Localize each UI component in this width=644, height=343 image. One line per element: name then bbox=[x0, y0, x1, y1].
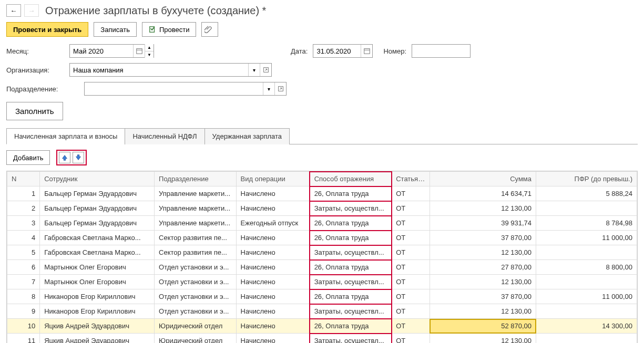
dropdown-icon[interactable]: ▾ bbox=[263, 82, 274, 95]
cell-pfr[interactable]: 8 784,98 bbox=[536, 216, 637, 231]
cell-employee[interactable]: Бальцер Герман Эдуардович bbox=[40, 201, 155, 216]
number-input-wrap[interactable] bbox=[412, 44, 471, 58]
cell-n[interactable]: 10 bbox=[7, 319, 40, 334]
cell-pfr[interactable]: 14 300,00 bbox=[536, 319, 637, 334]
th-article[interactable]: Статья ра... bbox=[392, 172, 430, 186]
th-n[interactable]: N bbox=[7, 172, 40, 186]
cell-department[interactable]: Сектор развития пе... bbox=[155, 231, 237, 245]
table-row[interactable]: 3Бальцер Герман ЭдуардовичУправление мар… bbox=[7, 216, 637, 231]
cell-operation[interactable]: Начислено bbox=[236, 275, 310, 289]
cell-method[interactable]: 26, Оплата труда bbox=[310, 231, 392, 245]
cell-n[interactable]: 11 bbox=[7, 334, 40, 344]
cell-article[interactable]: ОТ bbox=[392, 231, 430, 245]
attach-button[interactable] bbox=[201, 22, 218, 37]
table-row[interactable]: 9Никаноров Егор КирилловичОтдел установк… bbox=[7, 304, 637, 319]
cell-n[interactable]: 3 bbox=[7, 216, 40, 231]
th-employee[interactable]: Сотрудник bbox=[40, 172, 155, 186]
cell-n[interactable]: 5 bbox=[7, 245, 40, 260]
month-input-wrap[interactable]: ▲ ▼ bbox=[69, 44, 154, 58]
post-and-close-button[interactable]: Провести и закрыть bbox=[6, 22, 88, 37]
cell-operation[interactable]: Начислено bbox=[236, 319, 310, 334]
cell-pfr[interactable] bbox=[536, 245, 637, 260]
cell-n[interactable]: 6 bbox=[7, 260, 40, 275]
move-up-button[interactable] bbox=[59, 152, 70, 163]
cell-sum[interactable]: 12 130,00 bbox=[430, 275, 536, 289]
table-row[interactable]: 7Мартынюк Олег ЕгоровичОтдел установки и… bbox=[7, 275, 637, 289]
cell-sum[interactable]: 39 931,74 bbox=[430, 216, 536, 231]
month-field[interactable] bbox=[70, 45, 133, 57]
cell-article[interactable]: ОТ bbox=[392, 216, 430, 231]
cell-n[interactable]: 8 bbox=[7, 289, 40, 304]
cell-operation[interactable]: Ежегодный отпуск bbox=[236, 216, 310, 231]
month-up-button[interactable]: ▲ bbox=[145, 44, 154, 51]
cell-n[interactable]: 4 bbox=[7, 231, 40, 245]
cell-sum[interactable]: 52 870,00 bbox=[430, 319, 536, 334]
fill-button[interactable]: Заполнить bbox=[6, 102, 63, 120]
cell-sum[interactable]: 12 130,00 bbox=[430, 245, 536, 260]
table-row[interactable]: 6Мартынюк Олег ЕгоровичОтдел установки и… bbox=[7, 260, 637, 275]
cell-sum[interactable]: 12 130,00 bbox=[430, 334, 536, 344]
cell-operation[interactable]: Начислено bbox=[236, 289, 310, 304]
cell-article[interactable]: ОТ bbox=[392, 334, 430, 344]
cell-operation[interactable]: Начислено bbox=[236, 245, 310, 260]
table-row[interactable]: 4Габровская Светлана Марко...Сектор разв… bbox=[7, 231, 637, 245]
th-department[interactable]: Подразделение bbox=[155, 172, 237, 186]
number-field[interactable] bbox=[412, 45, 470, 57]
cell-article[interactable]: ОТ bbox=[392, 245, 430, 260]
cell-pfr[interactable]: 5 888,24 bbox=[536, 186, 637, 201]
cell-pfr[interactable] bbox=[536, 334, 637, 344]
cell-department[interactable]: Отдел установки и э... bbox=[155, 260, 237, 275]
cell-sum[interactable]: 12 130,00 bbox=[430, 201, 536, 216]
cell-department[interactable]: Управление маркети... bbox=[155, 216, 237, 231]
cell-department[interactable]: Управление маркети... bbox=[155, 201, 237, 216]
th-method[interactable]: Способ отражения bbox=[310, 172, 392, 186]
nav-back-button[interactable]: ← bbox=[6, 4, 21, 17]
tab-ndfl[interactable]: Начисленный НДФЛ bbox=[125, 128, 205, 144]
post-button[interactable]: Провести bbox=[142, 22, 197, 37]
move-down-button[interactable] bbox=[73, 152, 84, 163]
calendar-icon[interactable] bbox=[361, 45, 372, 57]
dept-field[interactable] bbox=[85, 82, 263, 95]
cell-method[interactable]: 26, Оплата труда bbox=[310, 260, 392, 275]
cell-article[interactable]: ОТ bbox=[392, 319, 430, 334]
cell-sum[interactable]: 37 870,00 bbox=[430, 289, 536, 304]
cell-operation[interactable]: Начислено bbox=[236, 201, 310, 216]
cell-operation[interactable]: Начислено bbox=[236, 304, 310, 319]
cell-sum[interactable]: 37 870,00 bbox=[430, 231, 536, 245]
table-row[interactable]: 5Габровская Светлана Марко...Сектор разв… bbox=[7, 245, 637, 260]
save-button[interactable]: Записать bbox=[94, 22, 137, 37]
org-field[interactable] bbox=[70, 64, 248, 76]
open-icon[interactable] bbox=[260, 64, 271, 76]
cell-method[interactable]: Затраты, осуществл... bbox=[310, 201, 392, 216]
cell-employee[interactable]: Бальцер Герман Эдуардович bbox=[40, 216, 155, 231]
cell-employee[interactable]: Габровская Светлана Марко... bbox=[40, 231, 155, 245]
cell-method[interactable]: 26, Оплата труда bbox=[310, 186, 392, 201]
cell-method[interactable]: Затраты, осуществл... bbox=[310, 334, 392, 344]
cell-department[interactable]: Управление маркети... bbox=[155, 186, 237, 201]
dropdown-icon[interactable]: ▾ bbox=[248, 64, 260, 76]
cell-method[interactable]: 26, Оплата труда bbox=[310, 216, 392, 231]
cell-department[interactable]: Отдел установки и э... bbox=[155, 304, 237, 319]
cell-sum[interactable]: 14 634,71 bbox=[430, 186, 536, 201]
cell-article[interactable]: ОТ bbox=[392, 275, 430, 289]
cell-operation[interactable]: Начислено bbox=[236, 260, 310, 275]
org-input-wrap[interactable]: ▾ bbox=[69, 63, 272, 77]
cell-department[interactable]: Отдел установки и э... bbox=[155, 289, 237, 304]
table-row[interactable]: 11Яцкив Андрей ЭдуардовичЮридический отд… bbox=[7, 334, 637, 344]
cell-n[interactable]: 1 bbox=[7, 186, 40, 201]
table-row[interactable]: 10Яцкив Андрей ЭдуардовичЮридический отд… bbox=[7, 319, 637, 334]
cell-n[interactable]: 7 bbox=[7, 275, 40, 289]
cell-article[interactable]: ОТ bbox=[392, 289, 430, 304]
month-down-button[interactable]: ▼ bbox=[145, 51, 154, 58]
th-operation[interactable]: Вид операции bbox=[236, 172, 310, 186]
cell-article[interactable]: ОТ bbox=[392, 304, 430, 319]
cell-method[interactable]: Затраты, осуществл... bbox=[310, 275, 392, 289]
tab-accrued-salary[interactable]: Начисленная зарплата и взносы bbox=[6, 128, 125, 144]
cell-pfr[interactable] bbox=[536, 201, 637, 216]
cell-employee[interactable]: Яцкив Андрей Эдуардович bbox=[40, 334, 155, 344]
cell-sum[interactable]: 12 130,00 bbox=[430, 304, 536, 319]
date-input-wrap[interactable] bbox=[313, 44, 373, 58]
cell-department[interactable]: Юридический отдел bbox=[155, 319, 237, 334]
cell-article[interactable]: ОТ bbox=[392, 260, 430, 275]
th-sum[interactable]: Сумма bbox=[430, 172, 536, 186]
